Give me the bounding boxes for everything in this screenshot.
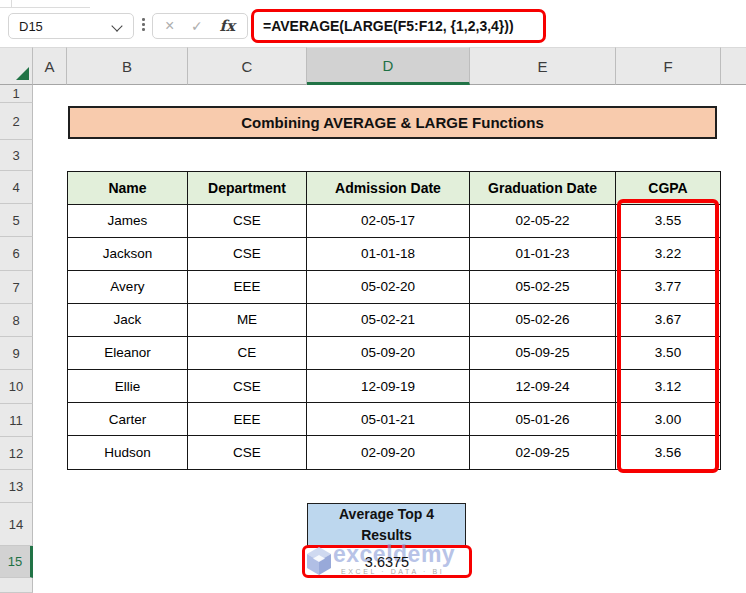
cell-E9[interactable]: 05-09-25 — [470, 337, 616, 370]
row-header-4[interactable]: 4 — [0, 171, 33, 204]
cell-C9[interactable]: CE — [188, 337, 307, 370]
chevron-down-icon[interactable] — [111, 20, 122, 31]
cell-C11[interactable]: EEE — [188, 403, 307, 436]
cell-E6[interactable]: 01-01-23 — [470, 238, 616, 271]
insert-function-icon[interactable]: fx — [220, 19, 235, 34]
row-header-6[interactable]: 6 — [0, 237, 33, 271]
row-header-14[interactable]: 14 — [0, 503, 33, 546]
confirm-icon[interactable]: ✓ — [191, 19, 203, 33]
cell-C5[interactable]: CSE — [188, 205, 307, 238]
cell-C7[interactable]: EEE — [188, 271, 307, 304]
cell-B5[interactable]: James — [68, 205, 188, 238]
cell-D12[interactable]: 02-09-20 — [307, 436, 470, 469]
row-header-9[interactable]: 9 — [0, 337, 33, 370]
cell-E8[interactable]: 05-02-26 — [470, 304, 616, 337]
cell-B6[interactable]: Jackson — [68, 238, 188, 271]
row-header-11[interactable]: 11 — [0, 404, 33, 437]
cell-E5[interactable]: 02-05-22 — [470, 205, 616, 238]
cell-B8[interactable]: Jack — [68, 304, 188, 337]
cell-E11[interactable]: 05-01-26 — [470, 403, 616, 436]
cell-F11[interactable]: 3.00 — [616, 403, 720, 436]
column-header-b[interactable]: B — [67, 47, 188, 85]
cell-D8[interactable]: 05-02-21 — [307, 304, 470, 337]
name-box-value: D15 — [19, 19, 43, 34]
cell-B11[interactable]: Carter — [68, 403, 188, 436]
cell-D6[interactable]: 01-01-18 — [307, 238, 470, 271]
excel-window: D15 × ✓ fx =AVERAGE(LARGE(F5:F12, {1,2,3… — [0, 0, 746, 593]
cell-F12[interactable]: 3.56 — [616, 436, 720, 469]
column-header-c[interactable]: C — [188, 47, 307, 85]
row-header-3[interactable]: 3 — [0, 140, 33, 171]
row-header-10[interactable]: 10 — [0, 370, 33, 404]
cell-F6[interactable]: 3.22 — [616, 238, 720, 271]
worksheet-title-cell[interactable]: Combining AVERAGE & LARGE Functions — [68, 106, 717, 139]
cell-D4[interactable]: Admission Date — [307, 172, 470, 205]
result-highlight-box: exceldemy EXCEL · DATA · BI 3.6375 — [302, 545, 472, 578]
result-label-line2: Results — [361, 525, 412, 545]
column-header-e[interactable]: E — [470, 47, 616, 85]
cell-B4[interactable]: Name — [68, 172, 188, 205]
cell-C10[interactable]: CSE — [188, 370, 307, 403]
name-box[interactable]: D15 — [8, 13, 134, 39]
cell-F10[interactable]: 3.12 — [616, 370, 720, 403]
cell-F8[interactable]: 3.67 — [616, 304, 720, 337]
result-label-cell[interactable]: Average Top 4 Results — [307, 503, 466, 546]
column-header-a[interactable]: A — [33, 47, 67, 85]
cell-B12[interactable]: Hudson — [68, 436, 188, 469]
ribbon-remnant-edge — [0, 7, 90, 8]
row-header-15[interactable]: 15 — [0, 546, 33, 578]
cell-D9[interactable]: 05-09-20 — [307, 337, 470, 370]
cell-E4[interactable]: Graduation Date — [470, 172, 616, 205]
formula-bar-buttons: × ✓ fx — [152, 13, 248, 39]
cell-E10[interactable]: 12-09-24 — [470, 370, 616, 403]
row-header-13[interactable]: 13 — [0, 470, 33, 503]
cell-E12[interactable]: 02-09-25 — [470, 436, 616, 469]
column-header-partial[interactable] — [721, 47, 746, 85]
select-all-button[interactable] — [0, 47, 33, 85]
cell-F7[interactable]: 3.77 — [616, 271, 720, 304]
row-header-7[interactable]: 7 — [0, 271, 33, 304]
select-all-triangle-icon — [16, 67, 29, 80]
row-header-1[interactable]: 1 — [0, 85, 33, 103]
cell-F5[interactable]: 3.55 — [616, 205, 720, 238]
result-label-line1: Average Top 4 — [339, 504, 434, 524]
cell-C4[interactable]: Department — [188, 172, 307, 205]
row-header-5[interactable]: 5 — [0, 204, 33, 237]
cell-D7[interactable]: 05-02-20 — [307, 271, 470, 304]
row-header-partial[interactable] — [0, 578, 33, 593]
row-header-2[interactable]: 2 — [0, 103, 33, 140]
cell-E7[interactable]: 05-02-25 — [470, 271, 616, 304]
formula-highlight-box: =AVERAGE(LARGE(F5:F12, {1,2,3,4})) — [251, 9, 546, 43]
cell-B10[interactable]: Ellie — [68, 370, 188, 403]
column-header-d[interactable]: D — [307, 47, 470, 85]
cell-F4[interactable]: CGPA — [616, 172, 720, 205]
cancel-icon[interactable]: × — [165, 18, 174, 34]
result-value-cell[interactable]: 3.6375 — [305, 548, 469, 575]
cell-B9[interactable]: Eleanor — [68, 337, 188, 370]
ribbon-remnant-divider — [11, 0, 12, 7]
formula-input[interactable]: =AVERAGE(LARGE(F5:F12, {1,2,3,4})) — [254, 18, 514, 34]
data-table: Name Department Admission Date Graduatio… — [67, 171, 721, 470]
cell-B7[interactable]: Avery — [68, 271, 188, 304]
cell-C6[interactable]: CSE — [188, 238, 307, 271]
cell-D11[interactable]: 05-01-21 — [307, 403, 470, 436]
column-header-f[interactable]: F — [616, 47, 721, 85]
cell-C8[interactable]: ME — [188, 304, 307, 337]
row-header-8[interactable]: 8 — [0, 304, 33, 337]
cell-F9[interactable]: 3.50 — [616, 337, 720, 370]
row-header-12[interactable]: 12 — [0, 437, 33, 470]
cell-D5[interactable]: 02-05-17 — [307, 205, 470, 238]
more-options-icon[interactable] — [142, 18, 145, 31]
cell-D10[interactable]: 12-09-19 — [307, 370, 470, 403]
cell-C12[interactable]: CSE — [188, 436, 307, 469]
